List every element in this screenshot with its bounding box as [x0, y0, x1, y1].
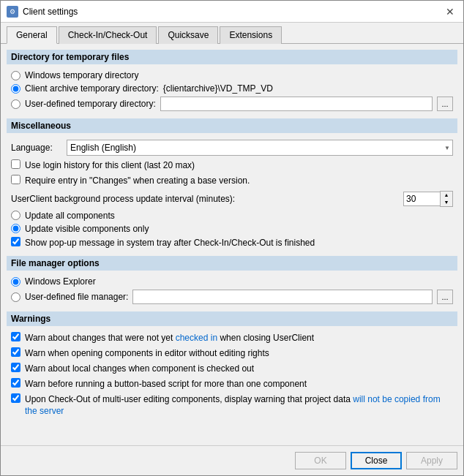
content-area: Directory for temporary files Windows te… — [1, 44, 463, 445]
radio-update-all-label: Update all components — [25, 211, 115, 221]
login-history-checkbox-row: Use login history for this client (last … — [7, 158, 457, 173]
warning-2-label: Warn when opening components in editor w… — [25, 347, 269, 360]
warning-5-checkbox[interactable] — [11, 393, 20, 403]
radio-windows-temp[interactable] — [11, 71, 20, 80]
update-interval-spinbox: 30 ▲ ▼ — [403, 191, 453, 207]
spinbox-down-button[interactable]: ▼ — [441, 199, 452, 206]
tab-extensions[interactable]: Extensions — [220, 26, 282, 44]
warning-5-label: Upon Check-Out of multi-user editing com… — [25, 393, 453, 418]
language-label: Language: — [11, 143, 62, 153]
warning-2-checkbox[interactable] — [11, 347, 20, 357]
user-defined-temp-browse-button[interactable]: ... — [437, 97, 453, 111]
radio-user-defined-temp-label: User-defined temporary directory: — [25, 99, 156, 109]
tray-popup-label: Show pop-up message in system tray after… — [25, 237, 315, 249]
user-defined-fm-input[interactable] — [132, 290, 433, 304]
radio-user-defined-temp[interactable] — [11, 99, 20, 109]
update-interval-input[interactable]: 30 — [403, 192, 440, 206]
warning-5-row: Upon Check-Out of multi-user editing com… — [7, 392, 457, 420]
close-button[interactable]: Close — [351, 452, 402, 469]
user-defined-temp-input[interactable] — [160, 97, 433, 111]
language-select-wrapper: English (English) German (Deutsch) Frenc… — [67, 140, 453, 156]
require-entry-checkbox-row: Require entry in "Changes" when creating… — [7, 173, 457, 189]
warning-3-row: Warn about local changes when component … — [7, 361, 457, 377]
language-select[interactable]: English (English) German (Deutsch) Frenc… — [67, 140, 453, 156]
section-miscellaneous: Miscellaneous Language: English (English… — [7, 118, 457, 250]
section-file-manager: File manager options Windows Explorer Us… — [7, 256, 457, 306]
radio-windows-explorer-row: Windows Explorer — [7, 275, 457, 288]
radio-update-all[interactable] — [11, 211, 20, 220]
radio-windows-temp-row: Windows temporary directory — [7, 69, 457, 82]
radio-update-all-row: Update all components — [7, 209, 457, 222]
warning-1-checkbox[interactable] — [11, 332, 20, 341]
update-interval-row: UserClient background process update int… — [7, 189, 457, 209]
section-warnings-header: Warnings — [7, 311, 457, 326]
section-directory: Directory for temporary files Windows te… — [7, 50, 457, 113]
radio-windows-explorer-label: Windows Explorer — [25, 276, 96, 287]
tab-checkin-checkout[interactable]: Check-In/Check-Out — [59, 26, 157, 44]
radio-user-defined-fm-label: User-defined file manager: — [25, 292, 128, 302]
section-file-manager-header: File manager options — [7, 256, 457, 271]
warning-1-label: Warn about changes that were not yet che… — [25, 332, 314, 344]
radio-client-archive[interactable] — [11, 84, 20, 94]
update-interval-label: UserClient background process update int… — [11, 194, 397, 204]
warning-1-row: Warn about changes that were not yet che… — [7, 330, 457, 346]
user-defined-fm-browse-button[interactable]: ... — [437, 290, 453, 304]
radio-update-visible[interactable] — [11, 224, 20, 233]
apply-button[interactable]: Apply — [406, 452, 457, 469]
language-row: Language: English (English) German (Deut… — [7, 137, 457, 158]
require-entry-checkbox[interactable] — [11, 175, 20, 184]
tab-quicksave[interactable]: Quicksave — [158, 26, 218, 44]
spinbox-up-button[interactable]: ▲ — [441, 192, 452, 199]
warning-3-label: Warn about local changes when component … — [25, 363, 254, 375]
radio-client-archive-label: Client archive temporary directory: — [25, 83, 159, 94]
radio-windows-explorer[interactable] — [11, 277, 20, 287]
warning-3-checkbox[interactable] — [11, 363, 20, 372]
radio-user-defined-fm[interactable] — [11, 292, 20, 302]
require-entry-label: Require entry in "Changes" when creating… — [25, 175, 250, 187]
radio-windows-temp-label: Windows temporary directory — [25, 70, 138, 80]
section-miscellaneous-header: Miscellaneous — [7, 118, 457, 133]
login-history-checkbox[interactable] — [11, 159, 20, 169]
radio-update-visible-label: Update visible components only — [25, 224, 149, 234]
tab-general[interactable]: General — [7, 26, 57, 44]
warning-2-row: Warn when opening components in editor w… — [7, 346, 457, 361]
window-close-button[interactable]: ✕ — [443, 4, 457, 19]
warning-4-row: Warn before running a button-based scrip… — [7, 377, 457, 392]
warning-4-label: Warn before running a button-based scrip… — [25, 378, 307, 390]
footer: OK Close Apply — [1, 445, 463, 475]
section-directory-header: Directory for temporary files — [7, 50, 457, 64]
window-title: Client settings — [23, 7, 78, 17]
warning-4-checkbox[interactable] — [11, 378, 20, 388]
login-history-label: Use login history for this client (last … — [25, 159, 195, 172]
client-settings-window: ⚙ Client settings ✕ General Check-In/Che… — [0, 0, 464, 476]
section-warnings: Warnings Warn about changes that were no… — [7, 311, 457, 419]
window-icon: ⚙ — [7, 6, 18, 18]
tray-popup-checkbox-row: Show pop-up message in system tray after… — [7, 235, 457, 251]
tabs-bar: General Check-In/Check-Out Quicksave Ext… — [1, 23, 463, 44]
radio-client-archive-row: Client archive temporary directory: {cli… — [7, 82, 457, 95]
radio-user-defined-fm-row: User-defined file manager: ... — [7, 288, 457, 306]
tray-popup-checkbox[interactable] — [11, 237, 20, 246]
radio-user-defined-temp-row: User-defined temporary directory: ... — [7, 95, 457, 113]
client-archive-path: {clientarchive}\VD_TMP_VD — [163, 83, 273, 94]
title-bar: ⚙ Client settings ✕ — [1, 1, 463, 23]
ok-button[interactable]: OK — [295, 452, 346, 469]
radio-update-visible-row: Update visible components only — [7, 222, 457, 235]
